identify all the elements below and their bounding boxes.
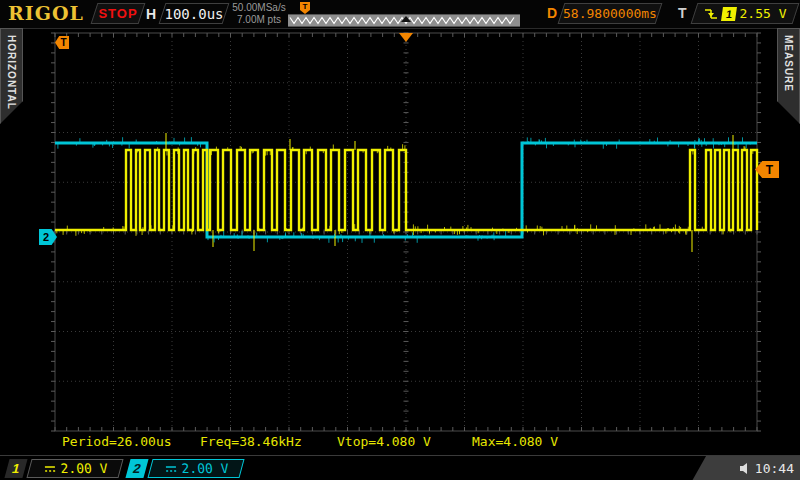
rigol-logo: RIGOL <box>8 2 84 24</box>
ch1-badge[interactable]: 1 <box>4 459 27 478</box>
delay-value: 58.9800000ms <box>563 6 657 21</box>
falling-edge-icon <box>704 6 718 22</box>
clock-area: 10:44 <box>692 456 800 480</box>
delay-label: D <box>547 5 557 21</box>
preview-position-caret-icon <box>401 16 411 22</box>
trigger-readout[interactable]: 1 2.55 V <box>691 3 800 24</box>
trigger-position-marker-icon[interactable] <box>399 33 413 42</box>
oscilloscope-screen: RIGOL STOP H 100.0us 50.00MSa/s 7.00M pt… <box>0 0 800 480</box>
ch2-scale-box[interactable]: 2.00 V <box>147 459 244 478</box>
ch2-badge[interactable]: 2 <box>125 459 148 478</box>
run-state-label: STOP <box>98 6 137 21</box>
measurement-freq: Freq=38.46kHz <box>200 434 302 449</box>
preview-trigger-flag-icon[interactable]: T <box>300 2 310 14</box>
memory-depth: 7.00M pts <box>226 14 292 26</box>
acquisition-info: 50.00MSa/s 7.00M pts <box>226 2 292 26</box>
timebase-value: 100.0us <box>164 6 223 22</box>
speaker-icon <box>739 462 752 475</box>
ch2-scale-value: 2.00 V <box>181 461 229 476</box>
graticule-waveform-area <box>0 0 800 480</box>
status-bar: RIGOL STOP H 100.0us 50.00MSa/s 7.00M pt… <box>0 0 800 29</box>
measurement-vtop: Vtop=4.080 V <box>337 434 431 449</box>
measurement-period: Period=26.00us <box>62 434 172 449</box>
sample-rate: 50.00MSa/s <box>226 2 292 14</box>
trigger-level-value: 2.55 V <box>740 6 787 21</box>
ch1-scale-box[interactable]: 2.00 V <box>26 459 123 478</box>
dc-coupling-icon <box>42 464 57 474</box>
trigger-source-badge: 1 <box>721 7 737 21</box>
clock-time: 10:44 <box>755 461 794 476</box>
timebase-button[interactable]: 100.0us <box>159 3 230 24</box>
delay-readout[interactable]: 58.9800000ms <box>558 3 663 24</box>
run-state-button[interactable]: STOP <box>91 3 146 24</box>
dc-coupling-icon <box>163 464 178 474</box>
measurement-max: Max=4.080 V <box>472 434 558 449</box>
trigger-label: T <box>678 5 687 21</box>
ch1-scale-value: 2.00 V <box>60 461 108 476</box>
horizontal-label: H <box>146 6 156 22</box>
channel-bar: 1 2.00 V 2 2.00 V <box>0 455 800 480</box>
